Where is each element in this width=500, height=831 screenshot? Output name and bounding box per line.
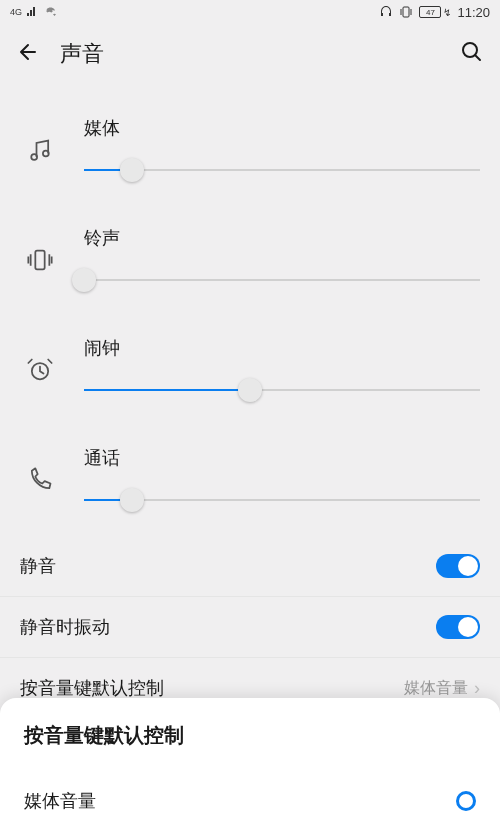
svg-point-3 <box>43 151 49 157</box>
page-title: 声音 <box>60 39 440 69</box>
ringtone-volume-row: 铃声 <box>0 206 500 316</box>
chevron-right-icon: › <box>474 678 480 699</box>
search-button[interactable] <box>460 40 484 68</box>
alarm-volume-label: 闹钟 <box>84 336 480 360</box>
mute-row: 静音 <box>0 536 500 597</box>
phone-icon <box>20 466 60 494</box>
back-button[interactable] <box>16 40 40 68</box>
vibrate-on-mute-label: 静音时振动 <box>20 615 110 639</box>
call-volume-row: 通话 <box>0 426 500 536</box>
volume-key-default-popup: 按音量键默认控制 媒体音量 <box>0 698 500 831</box>
popup-title: 按音量键默认控制 <box>24 722 476 749</box>
volume-key-default-label: 按音量键默认控制 <box>20 676 164 700</box>
vibrate-icon <box>20 246 60 274</box>
popup-option-media[interactable]: 媒体音量 <box>24 777 476 819</box>
call-volume-slider[interactable] <box>84 488 480 512</box>
battery-level: 47 <box>426 8 435 17</box>
vibrate-on-mute-toggle[interactable] <box>436 615 480 639</box>
mute-label: 静音 <box>20 554 56 578</box>
headphone-icon <box>379 5 393 19</box>
wifi-icon <box>44 7 58 17</box>
volume-key-default-value: 媒体音量 <box>404 678 468 699</box>
media-volume-label: 媒体 <box>84 116 480 140</box>
ringtone-volume-slider[interactable] <box>84 268 480 292</box>
app-header: 声音 <box>0 24 500 84</box>
music-note-icon <box>20 136 60 164</box>
media-volume-row: 媒体 <box>0 96 500 206</box>
alarm-volume-row: 闹钟 <box>0 316 500 426</box>
vibrate-on-mute-row: 静音时振动 <box>0 597 500 658</box>
radio-selected-icon <box>456 791 476 811</box>
popup-option-media-label: 媒体音量 <box>24 789 96 813</box>
alarm-clock-icon <box>20 356 60 384</box>
svg-rect-4 <box>35 251 44 270</box>
ringtone-volume-label: 铃声 <box>84 226 480 250</box>
call-volume-label: 通话 <box>84 446 480 470</box>
mute-toggle[interactable] <box>436 554 480 578</box>
alarm-volume-slider[interactable] <box>84 378 480 402</box>
svg-rect-0 <box>403 7 409 17</box>
media-volume-slider[interactable] <box>84 158 480 182</box>
vibrate-status-icon <box>399 5 413 19</box>
clock-time: 11:20 <box>457 5 490 20</box>
battery-indicator: 47 ↯ <box>419 6 451 18</box>
status-bar: 4G 47 ↯ 11:20 <box>0 0 500 24</box>
settings-content: 媒体 铃声 闹钟 <box>0 84 500 730</box>
signal-icon <box>26 7 40 17</box>
network-label: 4G <box>10 7 22 17</box>
